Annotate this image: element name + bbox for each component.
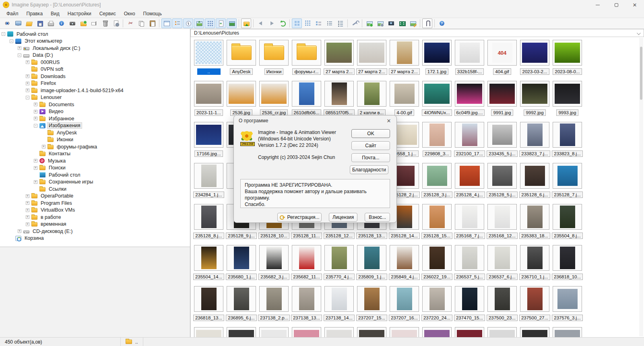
grid-item[interactable]: 235128_8.j... [192,202,225,243]
grid-item[interactable] [323,325,355,337]
tree-item-25[interactable]: +Program Files [1,200,190,207]
grid-item[interactable]: 235168_7.j... [453,202,486,243]
chevron-down-icon[interactable] [637,31,641,35]
grid-item[interactable]: 235682_11... [290,243,323,284]
help-button[interactable] [437,19,447,28]
grid-item[interactable]: 237500_23... [486,284,518,325]
folder-up-button[interactable] [241,19,251,28]
tree-item-30[interactable]: Корзина [1,235,190,242]
paste-button[interactable] [147,19,157,28]
grid-item[interactable]: 235682_3.j... [258,243,290,284]
tree-item-27[interactable]: +в работе [1,214,190,221]
view-details-button[interactable] [335,19,345,28]
grid-item[interactable]: 235128_5.j... [486,161,518,202]
tree-item-18[interactable]: Контакты [1,150,190,158]
attach-button[interactable] [422,19,432,28]
new-folder-button[interactable] [78,19,88,28]
minimize-button[interactable] [588,0,607,10]
grid-item[interactable]: 237138_2.p... [258,284,290,325]
grid-item[interactable]: 235128_6.j... [518,161,551,202]
view-small-icons-button[interactable] [303,19,313,28]
expand-icon[interactable]: + [42,145,45,148]
grid-item[interactable]: 235504_14... [192,243,225,284]
grid-item[interactable]: 235770_4.j... [323,243,355,284]
view-tiles-button[interactable] [314,19,324,28]
grid-item[interactable]: 2023-08-0... [551,38,584,79]
info-pane-button[interactable] [216,19,226,28]
vertical-scrollbar[interactable] [639,38,643,336]
grid-item[interactable]: 236818_10... [551,243,584,284]
expand-icon[interactable]: + [34,103,37,106]
ok-button[interactable]: OK [351,129,390,138]
grid-item[interactable]: 234284_1.j... [192,161,225,202]
grid-item[interactable]: 235504_8.j... [551,202,584,243]
tree-item-20[interactable]: +Поиски [1,165,190,172]
delete-button[interactable] [100,19,110,28]
grid-item[interactable]: 17166.jpg... [192,120,225,161]
expand-icon[interactable]: + [34,110,37,113]
grid-item[interactable] [225,325,258,337]
grid-item[interactable]: 236537_5.j... [453,243,486,284]
donate-button[interactable]: Взнос... [365,213,390,222]
save-button[interactable] [35,19,45,28]
file-settings-button[interactable] [111,19,121,28]
view-list-button[interactable] [324,19,334,28]
tree-item-16[interactable]: Иконки [1,136,190,144]
tree-item-2[interactable]: -Этот компьютер [1,38,190,45]
grid-item[interactable] [518,325,551,337]
collapse-icon[interactable]: - [10,39,13,43]
folder-pane-button[interactable] [172,19,182,28]
grid-item[interactable]: 235128_3.j... [421,161,453,202]
license-button[interactable]: Лицензия [329,213,357,222]
expand-icon[interactable]: + [26,89,29,92]
tree-item-1[interactable]: -Рабочий стол [1,31,190,38]
open-button[interactable] [24,19,34,28]
grid-item[interactable]: 2610dfb06... [290,79,323,120]
grid-item[interactable]: 236895_6.j... [225,284,258,325]
grid-item[interactable]: 27 марта 2... [388,38,421,79]
print-button[interactable] [45,19,56,28]
collapse-icon[interactable]: - [18,54,21,57]
grid-item[interactable]: 235128_7.j... [551,161,584,202]
grid-item[interactable] [421,325,453,337]
grid-item[interactable]: 4IOfWNUx... [421,79,453,120]
screenshot-button[interactable] [386,19,396,28]
grid-item[interactable]: 233823_7.j... [518,120,551,161]
menu-item-2[interactable]: Правка [23,10,47,17]
menu-item-7[interactable]: Помощь [139,10,166,17]
expand-icon[interactable]: + [18,46,21,50]
tree-item-28[interactable]: +временная [1,221,190,228]
grid-item[interactable]: 237576_3.j... [551,284,584,325]
grid-item[interactable] [258,325,290,337]
site-button[interactable]: Сайт [351,141,390,150]
grid-item[interactable]: 229808_3... [421,120,453,161]
grid-item[interactable]: 233435_5.j... [486,120,518,161]
tree-item-4[interactable]: -Data (D:) [1,52,190,59]
tree-item-3[interactable]: +Локальный диск (C:) [1,45,190,52]
tree-item-21[interactable]: Рабочий стол [1,171,190,179]
preview-pane-button[interactable] [194,19,204,28]
grid-item[interactable]: 2 капли в... [355,79,388,120]
grid-item[interactable]: 235168_12... [486,202,518,243]
refresh-button[interactable] [277,19,287,28]
mail-button[interactable]: Почта... [351,153,390,162]
expand-icon[interactable]: + [34,166,37,170]
forward-button[interactable] [266,19,277,28]
grid-item[interactable]: 232100_17... [453,120,486,161]
maximize-button[interactable] [607,0,625,10]
add-images-button[interactable] [364,19,374,28]
grid-item[interactable]: форумы-г... [290,38,323,79]
grid-item[interactable]: 235849_4.j... [388,243,421,284]
grid-item[interactable]: 235128_15... [421,202,453,243]
grid-item[interactable] [290,325,323,337]
grid-item[interactable] [551,325,584,337]
close-button[interactable]: ✕ [625,0,644,10]
cut-button[interactable] [125,19,135,28]
grid-item[interactable]: 235383_18... [518,202,551,243]
browser-pane-button[interactable] [161,19,171,28]
tree-item-22[interactable]: +Сохраненные игры [1,179,190,186]
scrollbar-thumb[interactable] [640,47,642,100]
grid-item[interactable]: 2536_cr.jpg [258,79,290,120]
tree-item-11[interactable]: +Documents [1,101,190,108]
grid-item[interactable]: 236818_13... [192,284,225,325]
